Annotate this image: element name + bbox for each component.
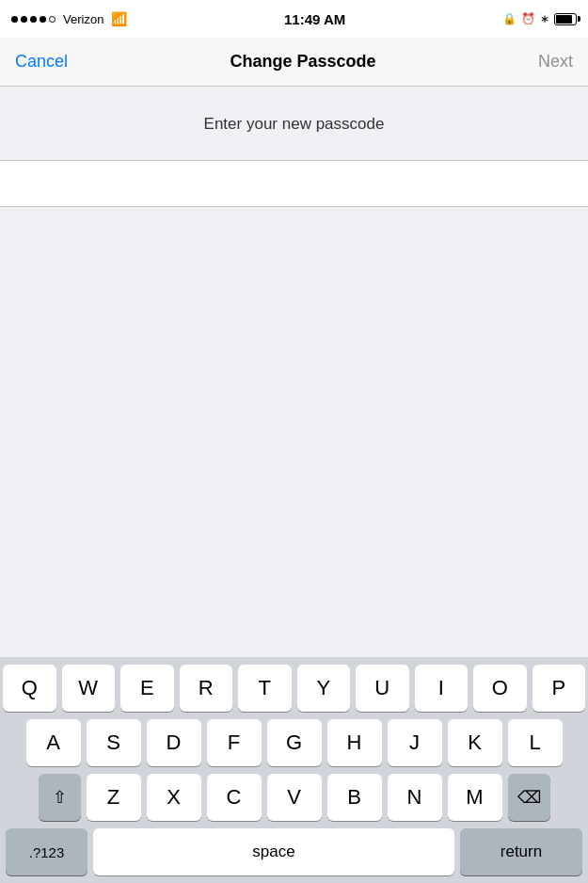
key-g[interactable]: G — [267, 719, 322, 766]
signal-dot-2 — [21, 16, 27, 23]
key-s[interactable]: S — [87, 719, 141, 766]
battery-fill — [556, 15, 572, 24]
key-p[interactable]: P — [532, 665, 586, 712]
status-left: Verizon 📶 — [11, 11, 127, 26]
input-section[interactable] — [0, 160, 588, 207]
key-a[interactable]: A — [26, 719, 81, 766]
key-f[interactable]: F — [207, 719, 262, 766]
content-area: Enter your new passcode — [0, 87, 588, 657]
wifi-icon: 📶 — [111, 11, 127, 26]
nav-title: Change Passcode — [230, 52, 375, 72]
cancel-button[interactable]: Cancel — [15, 52, 68, 72]
signal-dots — [11, 16, 56, 23]
key-o[interactable]: O — [473, 665, 527, 712]
key-e[interactable]: E — [120, 665, 174, 712]
key-n[interactable]: N — [388, 774, 442, 821]
delete-key[interactable]: ⌫ — [508, 774, 550, 821]
key-t[interactable]: T — [238, 665, 292, 712]
lock-icon: 🔒 — [502, 12, 516, 25]
keyboard-row-1: Q W E R T Y U I O P — [3, 665, 585, 712]
key-w[interactable]: W — [62, 665, 116, 712]
nav-bar: Cancel Change Passcode Next — [0, 38, 588, 87]
key-z[interactable]: Z — [87, 774, 141, 821]
status-time: 11:49 AM — [284, 11, 345, 27]
battery-icon — [554, 13, 577, 25]
delete-icon: ⌫ — [517, 787, 541, 808]
keyboard: Q W E R T Y U I O P A S D F G H J K L ⇧ … — [0, 657, 588, 883]
signal-dot-3 — [30, 16, 37, 23]
spacer — [0, 207, 588, 657]
keyboard-row-3: ⇧ Z X C V B N M ⌫ — [3, 774, 585, 821]
key-c[interactable]: C — [207, 774, 262, 821]
key-l[interactable]: L — [508, 719, 563, 766]
signal-dot-5 — [49, 16, 56, 23]
key-u[interactable]: U — [356, 665, 409, 712]
signal-dot-1 — [11, 16, 18, 23]
bluetooth-icon: ∗ — [540, 12, 549, 25]
return-key[interactable]: return — [460, 828, 582, 875]
numbers-key[interactable]: .?123 — [6, 828, 87, 875]
shift-key[interactable]: ⇧ — [39, 774, 81, 821]
passcode-input[interactable] — [15, 174, 573, 194]
status-bar: Verizon 📶 11:49 AM 🔒 ⏰ ∗ — [0, 0, 588, 38]
key-r[interactable]: R — [180, 665, 233, 712]
key-v[interactable]: V — [267, 774, 322, 821]
keyboard-row-4: .?123 space return — [3, 828, 585, 875]
key-h[interactable]: H — [327, 719, 382, 766]
key-k[interactable]: K — [448, 719, 502, 766]
space-key[interactable]: space — [93, 828, 454, 875]
key-i[interactable]: I — [415, 665, 469, 712]
instruction-text: Enter your new passcode — [204, 115, 385, 133]
key-y[interactable]: Y — [297, 665, 351, 712]
carrier-label: Verizon — [63, 12, 103, 26]
next-button[interactable]: Next — [538, 52, 573, 72]
signal-dot-4 — [40, 16, 46, 23]
instruction-section: Enter your new passcode — [0, 87, 588, 160]
status-right: 🔒 ⏰ ∗ — [502, 12, 577, 25]
key-m[interactable]: M — [448, 774, 502, 821]
key-d[interactable]: D — [147, 719, 201, 766]
key-q[interactable]: Q — [3, 665, 56, 712]
key-x[interactable]: X — [147, 774, 201, 821]
key-j[interactable]: J — [388, 719, 442, 766]
shift-icon: ⇧ — [53, 787, 67, 808]
alarm-icon: ⏰ — [521, 12, 535, 25]
keyboard-row-2: A S D F G H J K L — [3, 719, 585, 766]
key-b[interactable]: B — [327, 774, 382, 821]
